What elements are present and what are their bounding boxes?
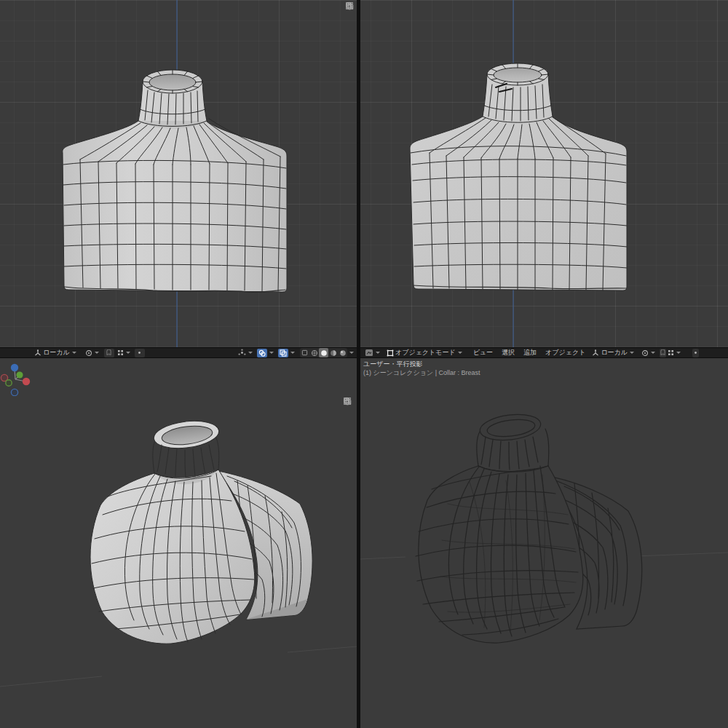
four-dots-icon: [117, 349, 124, 356]
editor-type-dropdown[interactable]: [363, 349, 382, 357]
orientation-label: ローカル: [43, 348, 70, 357]
chevron-down-icon: [651, 352, 655, 354]
xray-icon: [278, 349, 288, 357]
pivot-icon: [641, 349, 649, 357]
overlays-icon: [257, 349, 267, 357]
shading-solid-button[interactable]: [319, 348, 328, 357]
camera-view-icon[interactable]: [345, 26, 355, 36]
mode-dropdown[interactable]: オブジェクトモード: [384, 349, 464, 357]
show-gizmo-dropdown[interactable]: [236, 349, 255, 357]
snap-magnet-toggle[interactable]: [104, 349, 114, 357]
show-overlays-dropdown[interactable]: [255, 349, 276, 357]
axes-icon: [592, 349, 599, 357]
shading-mode-group: [300, 348, 347, 357]
xray-mode-dropdown[interactable]: [276, 349, 297, 357]
toggle-ortho-grid-icon[interactable]: [343, 434, 352, 443]
shading-material-button[interactable]: [328, 348, 338, 357]
dot-circle-icon: [692, 349, 699, 356]
blender-window: ローカル: [0, 0, 728, 728]
pan-view-icon[interactable]: [343, 409, 352, 419]
chevron-down-icon: [290, 352, 295, 354]
transform-orientation-dropdown[interactable]: ローカル: [32, 349, 79, 357]
chevron-down-icon: [458, 352, 462, 354]
chevron-down-icon: [72, 352, 76, 354]
gizmo-x-axis[interactable]: [23, 378, 30, 385]
viewport-header-left: ローカル: [0, 347, 357, 358]
proportional-editing-toggle[interactable]: [135, 349, 145, 357]
back-view-mesh: [360, 0, 728, 347]
chevron-down-icon: [248, 352, 253, 354]
viewport-header-right: オブジェクトモード ビュー 選択 追加 オブジェクト ローカル: [360, 347, 728, 358]
magnet-icon: [106, 349, 112, 356]
gizmo-icon: [238, 349, 246, 357]
pan-view-icon[interactable]: [345, 14, 355, 23]
viewport-back[interactable]: [360, 0, 728, 347]
navigation-gizmo[interactable]: [0, 360, 32, 396]
camera-view-icon[interactable]: [343, 422, 352, 431]
viewport-user-shaded[interactable]: [0, 358, 357, 728]
toggle-xray-button[interactable]: [300, 348, 309, 357]
chevron-down-icon: [630, 352, 634, 354]
axes-icon: [34, 349, 41, 357]
mode-label: オブジェクトモード: [395, 348, 456, 357]
menu-object[interactable]: オブジェクト: [541, 349, 590, 357]
snap-settings-dropdown[interactable]: [116, 349, 132, 357]
menu-add[interactable]: 追加: [519, 349, 541, 357]
front-view-mesh: [0, 0, 357, 347]
pivot-icon: [85, 349, 92, 357]
menu-select[interactable]: 選択: [497, 349, 519, 357]
snap-settings-dropdown[interactable]: [666, 349, 682, 357]
menu-view[interactable]: ビュー: [469, 349, 497, 357]
gizmo-y-axis[interactable]: [16, 371, 23, 378]
perspective-shaded-mesh: [0, 358, 357, 728]
shading-rendered-button[interactable]: [338, 348, 347, 357]
gizmo-z-neg-axis[interactable]: [11, 389, 17, 395]
viewport-nav-icons: [343, 397, 352, 443]
viewport-front[interactable]: [0, 0, 357, 347]
toggle-ortho-grid-icon[interactable]: [345, 39, 355, 48]
editor-3d-viewport-icon: [365, 349, 373, 357]
pivot-point-dropdown[interactable]: [83, 349, 101, 357]
gizmo-z-axis[interactable]: [11, 364, 18, 371]
orientation-label: ローカル: [601, 348, 628, 357]
chevron-down-icon: [676, 352, 681, 354]
chevron-down-icon: [269, 352, 274, 354]
shading-dropdown-chevron[interactable]: [349, 352, 354, 354]
chevron-down-icon: [376, 352, 380, 354]
proportional-editing-toggle[interactable]: [692, 349, 699, 357]
floor-grid-line: [0, 646, 357, 687]
viewport-user-wireframe[interactable]: ユーザー・平行投影 (1) シーンコレクション | Collar : Breas…: [360, 358, 728, 728]
pivot-point-dropdown[interactable]: [639, 349, 657, 357]
viewport-nav-icons: [345, 1, 355, 48]
snap-magnet-toggle[interactable]: [660, 349, 666, 357]
perspective-wireframe-mesh: [360, 358, 728, 728]
four-dots-icon: [668, 349, 674, 356]
shading-wireframe-button[interactable]: [309, 348, 319, 357]
object-mode-icon: [387, 349, 394, 357]
chevron-down-icon: [126, 352, 130, 354]
chevron-down-icon: [95, 352, 99, 354]
dot-circle-icon: [136, 349, 143, 356]
transform-orientation-dropdown[interactable]: ローカル: [590, 349, 636, 357]
magnet-icon: [660, 349, 666, 356]
gizmo-y-neg-axis[interactable]: [6, 380, 12, 386]
